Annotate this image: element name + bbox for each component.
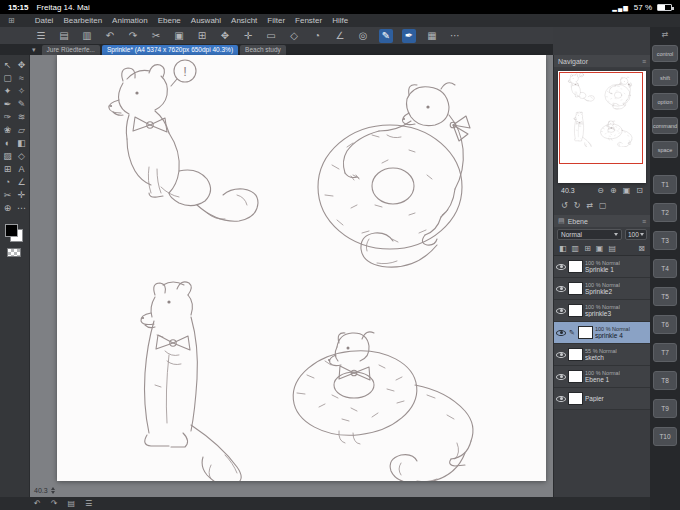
clip-mask-icon[interactable]: ◧: [559, 244, 567, 253]
touch-key-t2[interactable]: T2: [653, 203, 677, 222]
figure-tool-icon[interactable]: ◇: [15, 150, 29, 162]
menu-item[interactable]: Datei: [35, 16, 54, 25]
touch-key-t9[interactable]: T9: [653, 399, 677, 418]
document-tab[interactable]: Sprinkle* (A4 5374 x 7620px 650dpi 40.3%…: [102, 45, 238, 55]
menu-item[interactable]: Hilfe: [332, 16, 348, 25]
layer-row[interactable]: ✎ 100 % Normal Sprinkle 1: [554, 256, 650, 278]
airbrush-tool-icon[interactable]: ≋: [15, 111, 29, 123]
visibility-eye-icon[interactable]: [556, 329, 566, 337]
menu-item[interactable]: Auswahl: [191, 16, 221, 25]
zoom-down-icon[interactable]: [51, 491, 55, 494]
zoom-out-icon[interactable]: ⊖: [597, 186, 604, 195]
reset-view-icon[interactable]: ▢: [599, 201, 607, 210]
frame-tool-icon[interactable]: ⊞: [1, 163, 15, 175]
palette-bar-icon[interactable]: ▤: [67, 499, 75, 508]
modifier-key-option[interactable]: option: [652, 93, 678, 110]
zoom-stepper[interactable]: [51, 487, 55, 494]
more-tools-icon[interactable]: ⋯: [15, 202, 29, 214]
layer-row[interactable]: ✎ 100 % Normal Ebene 1: [554, 366, 650, 388]
layer-thumbnail[interactable]: [568, 260, 583, 273]
touch-key-t10[interactable]: T10: [653, 427, 677, 446]
correction-icon[interactable]: ✛: [241, 29, 255, 43]
edge-toggle-icon[interactable]: ⇄: [662, 30, 669, 39]
redo-bar-icon[interactable]: ↷: [51, 499, 58, 508]
move-tool-icon[interactable]: ✥: [15, 59, 29, 71]
rotate-right-icon[interactable]: ↻: [574, 201, 581, 210]
modifier-key-shift[interactable]: shift: [652, 69, 678, 86]
operation-tool-icon[interactable]: ↖: [1, 59, 15, 71]
layers-menu-icon[interactable]: ≡: [642, 218, 646, 225]
transform-icon[interactable]: ✥: [218, 29, 232, 43]
visibility-eye-icon[interactable]: [556, 351, 566, 359]
selection-icon[interactable]: ▭: [264, 29, 278, 43]
undo-icon[interactable]: ↶: [103, 29, 117, 43]
brush-icon[interactable]: ✒: [402, 29, 416, 43]
transparent-color-swatch[interactable]: [7, 248, 21, 257]
wand-tool-icon[interactable]: ✦: [1, 85, 15, 97]
navigator-menu-icon[interactable]: ≡: [642, 58, 646, 65]
touch-key-t3[interactable]: T3: [653, 231, 677, 250]
bar-menu-icon[interactable]: ☰: [85, 499, 92, 508]
document-tab[interactable]: Jure Rüedterfe...: [42, 45, 100, 55]
touch-key-t8[interactable]: T8: [653, 371, 677, 390]
touch-key-t6[interactable]: T6: [653, 315, 677, 334]
rotate-left-icon[interactable]: ↺: [561, 201, 568, 210]
layer-thumbnail[interactable]: [568, 370, 583, 383]
touch-key-t1[interactable]: T1: [653, 175, 677, 194]
pen-icon[interactable]: ✎: [379, 29, 393, 43]
more-icon[interactable]: ⋯: [448, 29, 462, 43]
transfer-layer-icon[interactable]: ▤: [608, 244, 616, 253]
visibility-eye-icon[interactable]: [556, 285, 566, 293]
new-canvas-icon[interactable]: ▤: [57, 29, 71, 43]
eraser-tool-icon[interactable]: ▱: [15, 124, 29, 136]
modifier-key-command[interactable]: command: [652, 117, 678, 134]
pen-tool-icon[interactable]: ✒: [1, 98, 15, 110]
layer-thumbnail[interactable]: [568, 282, 583, 295]
undo-bar-icon[interactable]: ↶: [34, 499, 41, 508]
layer-row[interactable]: ✎ Papier: [554, 388, 650, 410]
navigator-thumbnail[interactable]: [558, 71, 646, 183]
modifier-key-space[interactable]: space: [652, 141, 678, 158]
visibility-eye-icon[interactable]: [556, 307, 566, 315]
decoration-tool-icon[interactable]: ❀: [1, 124, 15, 136]
lock-layer-icon[interactable]: ▥: [572, 244, 580, 253]
touch-key-t4[interactable]: T4: [653, 259, 677, 278]
text-tool-icon[interactable]: A: [15, 163, 29, 175]
copy-icon[interactable]: ▣: [172, 29, 186, 43]
brush-tool-icon[interactable]: ✑: [1, 111, 15, 123]
balloon-tool-icon[interactable]: ◔: [1, 176, 15, 188]
tab-list-icon[interactable]: ▾: [32, 46, 36, 54]
correction-tool-icon[interactable]: ✛: [15, 189, 29, 201]
canvas-paper[interactable]: !: [57, 55, 546, 481]
fill-tool-icon[interactable]: ◧: [15, 137, 29, 149]
ruler-tool-icon[interactable]: ∠: [15, 176, 29, 188]
zoom-in-icon[interactable]: ⊕: [610, 186, 617, 195]
touch-key-t7[interactable]: T7: [653, 343, 677, 362]
flip-horizontal-icon[interactable]: ⇄: [586, 201, 593, 210]
fill-icon[interactable]: ◔: [310, 29, 324, 43]
cut-icon[interactable]: ✂: [149, 29, 163, 43]
fit-screen-icon[interactable]: ▣: [623, 186, 631, 195]
visibility-eye-icon[interactable]: [556, 263, 566, 271]
actual-size-icon[interactable]: ⊡: [636, 186, 643, 195]
document-tab[interactable]: Beach study: [240, 45, 286, 55]
menu-item[interactable]: Bearbeiten: [63, 16, 102, 25]
new-layer-icon[interactable]: ⊞: [584, 244, 591, 253]
app-menu-icon[interactable]: ⊞: [8, 16, 15, 25]
visibility-eye-icon[interactable]: [556, 395, 566, 403]
layer-thumbnail[interactable]: [568, 348, 583, 361]
paste-icon[interactable]: ⊞: [195, 29, 209, 43]
layer-row[interactable]: ✎ 100 % Normal sprinkle 4: [554, 322, 650, 344]
touch-key-t5[interactable]: T5: [653, 287, 677, 306]
main-menu-icon[interactable]: ☰: [34, 29, 48, 43]
layer-row[interactable]: ✎ 100 % Normal Sprinkle2: [554, 278, 650, 300]
redo-icon[interactable]: ↷: [126, 29, 140, 43]
grid-icon[interactable]: ▦: [425, 29, 439, 43]
main-color-swatch[interactable]: [5, 224, 18, 237]
menu-item[interactable]: Ebene: [158, 16, 181, 25]
menu-item[interactable]: Fenster: [295, 16, 322, 25]
layer-opacity-input[interactable]: 100: [625, 229, 647, 240]
blend-tool-icon[interactable]: ◐: [1, 137, 15, 149]
delete-layer-icon[interactable]: ⊠: [638, 244, 645, 253]
visibility-eye-icon[interactable]: [556, 373, 566, 381]
